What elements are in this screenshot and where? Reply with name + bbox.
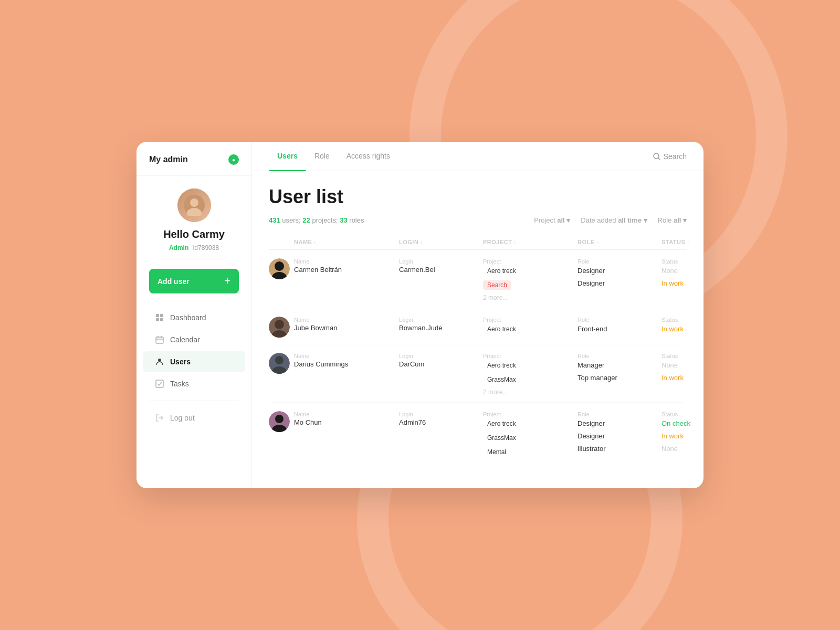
filter-project[interactable]: Project all ▾: [534, 216, 570, 224]
svg-point-13: [654, 153, 659, 159]
project-badge: GrassMax: [483, 375, 520, 384]
nav-menu: Dashboard Calendar Users: [136, 306, 251, 476]
col-name[interactable]: NAME: [294, 239, 399, 245]
col-role[interactable]: ROLE: [578, 239, 662, 245]
add-user-button[interactable]: Add user +: [149, 269, 239, 293]
svg-point-16: [275, 261, 284, 271]
stats-text: 431 users; 22 projects; 33 roles: [269, 216, 364, 224]
sidebar-item-dashboard-label: Dashboard: [170, 313, 206, 322]
tab-role[interactable]: Role: [306, 142, 338, 171]
user-status-cell: Status On checkIn workNone: [662, 411, 704, 453]
svg-rect-12: [156, 380, 163, 387]
sidebar-item-users[interactable]: Users: [143, 351, 245, 372]
stats-row: 431 users; 22 projects; 33 roles Project…: [269, 216, 687, 224]
more-link[interactable]: 2 more...: [483, 388, 578, 396]
status-value: None: [662, 361, 678, 369]
stats-projects: 22: [302, 216, 310, 224]
user-status-cell: Status NoneIn work: [662, 258, 704, 288]
sidebar-header: My admin ●: [136, 154, 251, 176]
table-row[interactable]: Name Carmen Beltrán Login Carmen.Bel Pro…: [269, 252, 687, 308]
sidebar-item-calendar-label: Calendar: [170, 335, 200, 344]
nav-divider: [149, 401, 239, 401]
user-role-cell: Role Front-end: [578, 317, 662, 333]
grid-icon: [155, 313, 164, 322]
role-value: Designer: [578, 279, 605, 287]
user-role-cell: Role DesignerDesignerIllustrator: [578, 411, 662, 453]
role-value: Designer: [578, 267, 605, 275]
search-icon: [653, 153, 660, 160]
user-avatar: [269, 411, 294, 432]
svg-rect-5: [156, 318, 159, 321]
project-badge: Aero treck: [483, 266, 520, 276]
col-status[interactable]: STATUS: [662, 239, 704, 245]
tab-users[interactable]: Users: [269, 142, 306, 171]
stats-users: 431: [269, 216, 280, 224]
plus-icon: +: [224, 275, 230, 287]
sidebar-item-tasks[interactable]: Tasks: [143, 373, 245, 394]
col-login[interactable]: LOGIN: [399, 239, 483, 245]
filter-role[interactable]: Role all ▾: [658, 216, 687, 224]
user-login: DarCum: [399, 360, 483, 368]
search-label: Search: [664, 152, 687, 161]
role-value: Manager: [578, 361, 604, 369]
user-name-cell: Name Jube Bowman: [294, 317, 399, 332]
sidebar-title: My admin: [149, 155, 188, 164]
user-name: Darius Cummings: [294, 360, 399, 368]
user-login: Bowman.Jude: [399, 324, 483, 332]
user-project-cell: Project Aero treckGrassMaxMental: [483, 411, 578, 458]
user-list: Name Carmen Beltrán Login Carmen.Bel Pro…: [269, 252, 687, 464]
svg-point-11: [158, 359, 161, 362]
status-value: In work: [662, 432, 684, 440]
add-user-label: Add user: [158, 277, 190, 286]
tab-list: Users Role Access rights: [269, 142, 398, 171]
sidebar-item-dashboard[interactable]: Dashboard: [143, 307, 245, 328]
user-login: Carmen.Bel: [399, 266, 483, 274]
user-role-id: Admin id789038: [149, 243, 239, 252]
table-row[interactable]: Name Jube Bowman Login Bowman.Jude Proje…: [269, 310, 687, 344]
search-button[interactable]: Search: [653, 152, 687, 161]
user-login-cell: Login Carmen.Bel: [399, 258, 483, 274]
logout-label: Log out: [170, 414, 195, 422]
notification-dot: ●: [228, 154, 239, 165]
project-badge: GrassMax: [483, 433, 520, 443]
user-avatar: [269, 258, 294, 279]
more-link[interactable]: 2 more...: [483, 294, 578, 301]
user-status-cell: Status In work: [662, 317, 704, 333]
user-name-cell: Name Mo Chun: [294, 411, 399, 426]
user-profile: Hello Carmy Admin id789038: [136, 176, 251, 260]
svg-point-22: [275, 356, 284, 364]
status-value: In work: [662, 374, 684, 382]
top-nav: Users Role Access rights Search: [252, 142, 704, 171]
avatar: [177, 188, 211, 222]
sidebar-item-calendar[interactable]: Calendar: [143, 329, 245, 350]
col-project[interactable]: PROJECT: [483, 239, 578, 245]
page-content: User list 431 users; 22 projects; 33 rol…: [252, 171, 704, 488]
status-value: In work: [662, 325, 684, 333]
role-value: Designer: [578, 432, 605, 440]
user-greeting: Hello Carmy: [149, 228, 239, 240]
user-role-cell: Role ManagerTop manager: [578, 353, 662, 382]
tab-access-rights[interactable]: Access rights: [338, 142, 398, 171]
checkbox-icon: [155, 380, 164, 388]
svg-point-25: [275, 415, 284, 423]
logout-button[interactable]: Log out: [143, 407, 245, 428]
project-badge: Mental: [483, 447, 510, 457]
user-login: Admin76: [399, 418, 483, 426]
user-project-cell: Project Aero treckGrassMax2 more...: [483, 353, 578, 396]
role-value: Front-end: [578, 325, 607, 333]
stats-roles: 33: [340, 216, 347, 224]
user-avatar: [269, 317, 294, 338]
user-name-cell: Name Carmen Beltrán: [294, 258, 399, 274]
status-value: On check: [662, 419, 690, 427]
user-login-cell: Login DarCum: [399, 353, 483, 368]
table-row[interactable]: Name Darius Cummings Login DarCum Projec…: [269, 346, 687, 403]
sidebar-item-users-label: Users: [170, 358, 191, 366]
table-row[interactable]: Name Mo Chun Login Admin76 Project Aero …: [269, 405, 687, 464]
project-badge: Aero treck: [483, 324, 520, 334]
main-content: Users Role Access rights Search User lis…: [252, 142, 704, 488]
user-avatar: [269, 353, 294, 374]
filter-date[interactable]: Date added all time ▾: [581, 216, 647, 224]
status-value: None: [662, 445, 678, 453]
svg-point-19: [275, 320, 284, 329]
user-id: id789038: [193, 244, 219, 251]
